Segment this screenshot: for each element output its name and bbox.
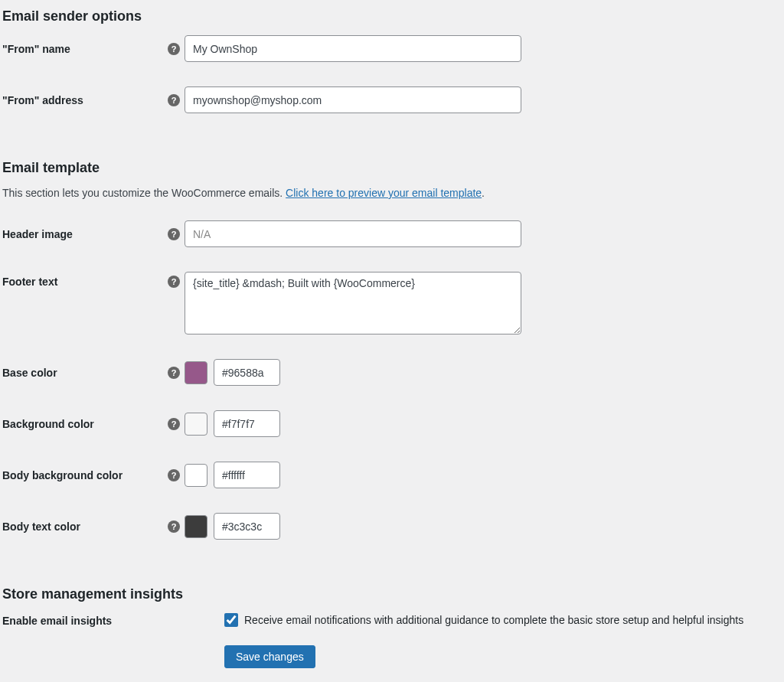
header-image-input[interactable] bbox=[185, 220, 521, 247]
help-icon[interactable]: ? bbox=[168, 228, 180, 240]
body-bg-swatch[interactable] bbox=[185, 464, 207, 487]
bg-color-input[interactable] bbox=[214, 410, 280, 437]
from-name-input[interactable] bbox=[185, 35, 521, 62]
help-icon[interactable]: ? bbox=[168, 367, 180, 379]
help-icon[interactable]: ? bbox=[168, 520, 180, 533]
bg-color-swatch[interactable] bbox=[185, 413, 207, 436]
footer-text-label: Footer text bbox=[2, 276, 163, 288]
enable-insights-description: Receive email notifications with additio… bbox=[244, 614, 743, 626]
help-icon[interactable]: ? bbox=[168, 276, 180, 288]
from-name-label: "From" name bbox=[2, 43, 163, 55]
section-heading-insights: Store management insights bbox=[2, 586, 778, 602]
base-color-label: Base color bbox=[2, 367, 163, 379]
from-address-label: "From" address bbox=[2, 94, 163, 106]
base-color-input[interactable] bbox=[214, 359, 280, 386]
header-image-label: Header image bbox=[2, 228, 163, 240]
from-address-input[interactable] bbox=[185, 86, 521, 113]
body-text-color-label: Body text color bbox=[2, 520, 163, 533]
template-description: This section lets you customize the WooC… bbox=[2, 187, 778, 199]
section-heading-template: Email template bbox=[2, 160, 778, 176]
body-bg-input[interactable] bbox=[214, 462, 280, 488]
enable-insights-checkbox[interactable] bbox=[224, 613, 238, 627]
body-bg-label: Body background color bbox=[2, 469, 163, 481]
save-changes-button[interactable]: Save changes bbox=[224, 645, 315, 668]
help-icon[interactable]: ? bbox=[168, 43, 180, 55]
preview-template-link[interactable]: Click here to preview your email templat… bbox=[286, 187, 482, 199]
body-text-color-input[interactable] bbox=[214, 513, 280, 540]
help-icon[interactable]: ? bbox=[168, 94, 180, 106]
enable-insights-label: Enable email insights bbox=[2, 615, 112, 627]
bg-color-label: Background color bbox=[2, 418, 163, 430]
footer-text-textarea[interactable]: {site_title} &mdash; Built with {WooComm… bbox=[185, 272, 521, 334]
help-icon[interactable]: ? bbox=[168, 418, 180, 430]
base-color-swatch[interactable] bbox=[185, 361, 207, 384]
body-text-color-swatch[interactable] bbox=[185, 515, 207, 538]
section-heading-sender: Email sender options bbox=[2, 8, 778, 24]
help-icon[interactable]: ? bbox=[168, 469, 180, 481]
